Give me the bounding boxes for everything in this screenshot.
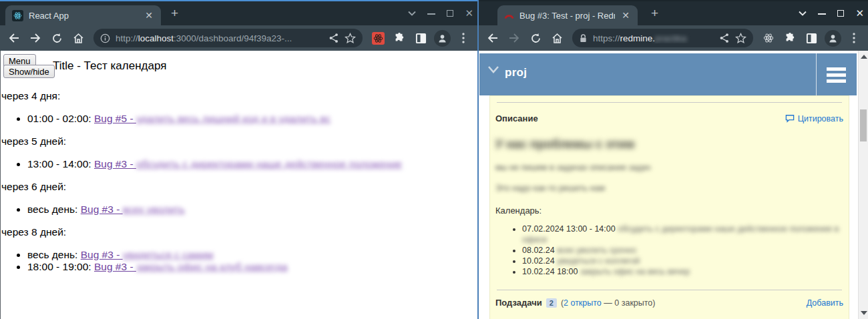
browser-toolbar: http://localhost:3000/dashboard/94f39a23…	[0, 25, 477, 51]
bug-link[interactable]: Bug #5 -	[94, 113, 136, 124]
browser-window-react-app: React App ✕ + ✕ http://localhost:3000/da…	[0, 0, 477, 319]
event-item: 13:00 - 14:00: Bug #3 - обсудить с дирек…	[27, 158, 471, 170]
event-item: 18:00 - 19:00: Bug #3 - закрыть офис на …	[27, 261, 471, 273]
reload-button[interactable]	[48, 29, 65, 47]
lock-icon[interactable]	[579, 33, 588, 43]
description-heading: Описание	[495, 113, 538, 123]
bookmark-star-icon[interactable]	[735, 33, 746, 44]
sidebar-panel-icon[interactable]	[803, 29, 820, 47]
blurred-description-paragraph: Это надо как-то решить нам	[495, 184, 843, 193]
blurred-description-title: У нас проблемы с этим	[495, 137, 843, 151]
subtasks-heading: Подзадачи	[495, 298, 542, 308]
calendar-entry: 08.02.24 всех уволить срочно	[522, 245, 843, 256]
subtasks-count-badge: 2	[546, 298, 557, 308]
page-scrollbar[interactable]	[858, 51, 868, 319]
issue-details-box: Описание Цитировать У нас проблемы с эти…	[489, 95, 849, 319]
extensions-puzzle-icon[interactable]	[781, 29, 799, 47]
minimize-button[interactable]	[818, 9, 826, 19]
bookmark-star-icon[interactable]	[345, 33, 356, 44]
blurred-domain: practika	[655, 33, 686, 43]
bug-link[interactable]: Bug #3 -	[81, 204, 123, 215]
maximize-button[interactable]	[447, 9, 453, 19]
chevron-down-icon[interactable]	[487, 65, 499, 73]
blurred-bug-title[interactable]: обсудить с директорами наше действенное …	[136, 158, 402, 170]
bug-link[interactable]: Bug #3 -	[94, 158, 136, 170]
react-devtools-icon[interactable]	[369, 29, 387, 47]
blurred-description-paragraph: мы не пишем в задачах описание задач	[495, 163, 843, 172]
scroll-down-icon[interactable]	[861, 311, 867, 315]
extensions-puzzle-icon[interactable]	[391, 29, 408, 47]
open-subtasks-link[interactable]: 2 открыто	[564, 298, 602, 308]
react-app-page: Menu Show/hide Title - Тест календаря че…	[0, 51, 477, 319]
page-title: Title - Тест календаря	[53, 59, 166, 73]
close-button[interactable]: ✕	[855, 7, 864, 19]
home-button[interactable]	[69, 29, 87, 47]
project-name[interactable]: proj	[505, 66, 527, 79]
tab-title: Bug #3: Test - proj - Redmine	[519, 11, 615, 21]
browser-toolbar: https://redmine.practika	[479, 25, 868, 51]
forward-button[interactable]	[505, 29, 523, 47]
tab-redmine[interactable]: Bug #3: Test - proj - Redmine ✕	[497, 5, 638, 25]
url-text: https://redmine.practika	[593, 33, 714, 43]
tab-search-chevron-icon[interactable]	[408, 11, 416, 16]
reload-button[interactable]	[527, 29, 544, 47]
event-item: весь день: Bug #3 - увидеться с самим	[27, 249, 471, 261]
tab-react-app[interactable]: React App ✕	[5, 5, 161, 25]
tab-search-chevron-icon[interactable]	[799, 11, 807, 16]
divider	[497, 102, 842, 103]
header-divider	[816, 53, 817, 95]
share-icon[interactable]	[719, 33, 730, 43]
blurred-bug-title[interactable]: всех уволить	[123, 204, 185, 215]
kebab-menu-icon[interactable]	[845, 29, 863, 47]
profile-avatar-icon[interactable]	[824, 29, 841, 47]
blurred-entry-text: закрыть офис на весь вечер	[580, 267, 690, 276]
site-info-icon[interactable]	[100, 33, 110, 43]
section-heading: через 8 дней:	[1, 226, 471, 238]
section-heading: через 5 дней:	[1, 135, 471, 147]
scrollbar-thumb[interactable]	[860, 109, 867, 141]
kebab-menu-icon[interactable]	[455, 29, 472, 47]
blurred-bug-title[interactable]: увидеться с самим	[123, 249, 214, 260]
calendar-entries: 07.02.2024 13:00 - 14:00 обсудить с дире…	[495, 224, 843, 277]
close-button[interactable]: ✕	[465, 7, 473, 19]
redmine-page: proj Описание Цитировать У нас проблемы …	[479, 51, 868, 319]
minimize-button[interactable]	[427, 9, 435, 19]
new-tab-button[interactable]: +	[651, 7, 658, 19]
showhide-button[interactable]: Show/hide	[3, 65, 55, 78]
divider	[497, 290, 842, 290]
back-button[interactable]	[484, 29, 501, 47]
blurred-bug-title[interactable]: закрыть офис на клуб навсегда	[136, 261, 288, 272]
profile-avatar-icon[interactable]	[433, 29, 451, 47]
quote-link[interactable]: Цитировать	[785, 114, 843, 123]
bug-link[interactable]: Bug #3 -	[81, 249, 123, 260]
browser-window-redmine: Bug #3: Test - proj - Redmine ✕ + ✕ http…	[479, 0, 868, 319]
calendar-entry: 07.02.2024 13:00 - 14:00 обсудить с дире…	[522, 224, 843, 245]
forward-button[interactable]	[27, 29, 44, 47]
sidebar-panel-icon[interactable]	[412, 29, 429, 47]
event-item: 01:00 - 02:00: Bug #5 - удалить весь лиш…	[27, 113, 471, 125]
calendar-events-list: через 4 дня: 01:00 - 02:00: Bug #5 - уда…	[1, 79, 471, 284]
calendar-entry: 10.02.24 18:00 закрыть офис на весь вече…	[522, 266, 843, 277]
new-tab-button[interactable]: +	[171, 7, 178, 19]
add-subtask-link[interactable]: Добавить	[807, 298, 843, 308]
home-button[interactable]	[548, 29, 566, 47]
hamburger-menu-icon[interactable]	[827, 67, 846, 85]
maximize-button[interactable]	[837, 9, 844, 19]
scroll-up-icon[interactable]	[861, 55, 867, 59]
window-controls: ✕	[408, 1, 473, 25]
bug-link[interactable]: Bug #3 -	[94, 261, 136, 272]
blurred-bug-title[interactable]: удалить весь лишний код и в удалить вс	[136, 113, 331, 124]
section-heading: через 4 дня:	[1, 90, 471, 102]
share-icon[interactable]	[329, 33, 339, 43]
tab-close-icon[interactable]: ✕	[620, 11, 631, 20]
subtasks-section: Подзадачи 2 (2 открыто — 0 закрыто) Доба…	[495, 298, 843, 308]
back-button[interactable]	[5, 29, 23, 47]
tab-close-icon[interactable]: ✕	[144, 11, 154, 20]
redmine-project-header: proj	[479, 53, 857, 95]
address-bar[interactable]: http://localhost:3000/dashboard/94f39a23…	[93, 29, 363, 47]
tab-strip: Bug #3: Test - proj - Redmine ✕ + ✕	[479, 1, 868, 25]
react-devtools-icon[interactable]	[760, 29, 777, 47]
address-bar[interactable]: https://redmine.practika	[572, 29, 753, 47]
subtasks-counts: (2 открыто — 0 закрыто)	[561, 298, 656, 308]
redmine-icon	[504, 11, 514, 19]
